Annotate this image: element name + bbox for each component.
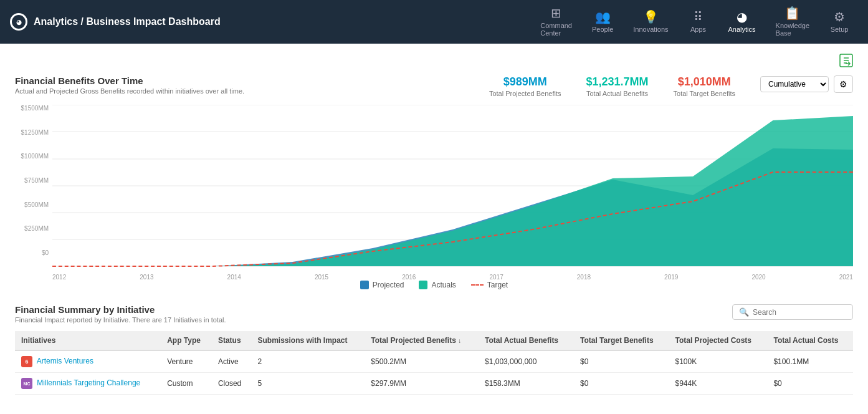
cell-total-actual-costs-1: $100.1MM xyxy=(767,350,853,373)
initiative-icon-venture: 6 xyxy=(21,356,32,367)
cell-total-projected-2: $297.9MM xyxy=(365,373,479,395)
table-row: MC Millennials Targeting Challenge Custo… xyxy=(15,373,853,395)
chart-title-block: Financial Benefits Over Time Actual and … xyxy=(15,75,464,95)
summary-title-block: Financial Summary by Initiative Financia… xyxy=(15,304,732,324)
search-box[interactable]: 🔍 xyxy=(732,304,853,320)
knowledge-base-icon: 📋 xyxy=(785,7,800,19)
top-navigation: ◕ Analytics / Business Impact Dashboard … xyxy=(0,0,868,44)
col-status: Status xyxy=(212,331,252,350)
legend-target-dash xyxy=(471,284,484,286)
stat-actual-label: Total Actual Benefits xyxy=(586,90,648,97)
col-app-type: App Type xyxy=(161,331,212,350)
legend-actuals-label: Actuals xyxy=(431,281,455,289)
search-input[interactable] xyxy=(753,308,846,317)
nav-items: ⊞ CommandCenter 👥 People 💡 Innovations ⠿… xyxy=(532,2,858,42)
y-label-1250: $1250MM xyxy=(15,129,52,136)
cell-submissions-1: 2 xyxy=(252,350,365,373)
nav-label-innovations: Innovations xyxy=(633,26,668,33)
cell-initiative-1: 6 Artemis Ventures xyxy=(15,350,161,373)
nav-label-knowledge-base: KnowledgeBase xyxy=(776,22,809,37)
table-header-row: Initiatives App Type Status Submissions … xyxy=(15,331,853,350)
innovations-icon: 💡 xyxy=(643,11,659,23)
cell-total-proj-costs-2: $944K xyxy=(669,373,768,395)
main-content: Financial Benefits Over Time Actual and … xyxy=(0,44,868,414)
chart-controls: Cumulative Annual ⚙ xyxy=(760,75,853,93)
nav-item-apps[interactable]: ⠿ Apps xyxy=(680,6,717,38)
stat-projected-value: $989MM xyxy=(489,75,561,89)
y-label-500: $500MM xyxy=(15,201,52,208)
nav-label-analytics: Analytics xyxy=(728,26,756,33)
chart-svg-container xyxy=(52,105,853,269)
x-axis-labels: 2012 2013 2014 2015 2016 2017 2018 2019 … xyxy=(15,271,853,281)
nav-label-command-center: CommandCenter xyxy=(540,22,572,37)
y-label-0: $0 xyxy=(15,249,52,256)
cell-total-target-2: $0 xyxy=(574,373,669,395)
legend-actuals: Actuals xyxy=(419,281,455,289)
apps-icon: ⠿ xyxy=(694,11,703,23)
nav-item-people[interactable]: 👥 People xyxy=(583,6,622,38)
y-label-250: $250MM xyxy=(15,225,52,232)
x-label-2020: 2020 xyxy=(751,274,765,281)
col-total-proj-costs: Total Projected Costs xyxy=(669,331,768,350)
legend-target-label: Target xyxy=(487,281,508,289)
legend-projected-box xyxy=(360,281,369,289)
legend-actuals-box xyxy=(419,281,427,289)
chart-title: Financial Benefits Over Time xyxy=(15,75,464,86)
nav-item-setup[interactable]: ⚙ Setup xyxy=(821,6,858,38)
cell-app-type-1: Venture xyxy=(161,350,212,373)
stat-target-label: Total Target Benefits xyxy=(674,90,735,97)
legend-target: Target xyxy=(471,281,508,289)
x-label-2016: 2016 xyxy=(402,274,416,281)
command-center-icon: ⊞ xyxy=(551,7,561,19)
logo-icon: ◕ xyxy=(10,13,27,31)
stat-target: $1,010MM Total Target Benefits xyxy=(674,75,735,97)
col-total-actual-costs: Total Actual Costs xyxy=(767,331,853,350)
initiative-icon-custom: MC xyxy=(21,378,32,389)
x-label-2015: 2015 xyxy=(315,274,328,281)
x-label-2012: 2012 xyxy=(52,274,66,281)
legend-projected-label: Projected xyxy=(373,281,404,289)
x-label-2013: 2013 xyxy=(140,274,153,281)
initiatives-table: Initiatives App Type Status Submissions … xyxy=(15,331,853,395)
page-title: Analytics / Business Impact Dashboard xyxy=(34,16,221,27)
people-icon: 👥 xyxy=(595,11,611,23)
table-body: 6 Artemis Ventures Venture Active 2 $500… xyxy=(15,350,853,395)
nav-item-innovations[interactable]: 💡 Innovations xyxy=(624,6,677,38)
setup-icon: ⚙ xyxy=(834,11,845,23)
chart-svg xyxy=(52,105,853,267)
cell-status-1: Active xyxy=(212,350,252,373)
chart-settings-button[interactable]: ⚙ xyxy=(834,75,853,93)
cumulative-dropdown[interactable]: Cumulative Annual xyxy=(760,76,829,92)
initiative-link-2[interactable]: Millennials Targeting Challenge xyxy=(37,378,140,387)
col-total-projected[interactable]: Total Projected Benefits ↓ xyxy=(365,331,479,350)
summary-header: Financial Summary by Initiative Financia… xyxy=(15,304,853,324)
export-button[interactable] xyxy=(839,54,853,70)
nav-label-setup: Setup xyxy=(831,26,849,33)
chart-wrapper: $1500MM $1250MM $1000MM $750MM $500MM $2… xyxy=(15,105,853,269)
col-initiatives: Initiatives xyxy=(15,331,161,350)
brand-title: ◕ Analytics / Business Impact Dashboard xyxy=(10,13,532,31)
initiative-link-1[interactable]: Artemis Ventures xyxy=(37,357,93,365)
x-label-2019: 2019 xyxy=(664,274,678,281)
y-axis: $1500MM $1250MM $1000MM $750MM $500MM $2… xyxy=(15,105,52,269)
nav-item-analytics[interactable]: ◕ Analytics xyxy=(720,6,765,38)
nav-item-command-center[interactable]: ⊞ CommandCenter xyxy=(532,2,581,42)
x-label-2014: 2014 xyxy=(227,274,241,281)
x-label-2021: 2021 xyxy=(839,274,853,281)
cell-total-actual-costs-2: $0 xyxy=(767,373,853,395)
chart-stats: $989MM Total Projected Benefits $1,231.7… xyxy=(489,75,735,97)
y-label-750: $750MM xyxy=(15,177,52,184)
nav-label-apps: Apps xyxy=(690,26,706,33)
legend-projected: Projected xyxy=(360,281,404,289)
col-total-actual: Total Actual Benefits xyxy=(479,331,574,350)
y-label-1500: $1500MM xyxy=(15,105,52,112)
col-total-target: Total Target Benefits xyxy=(574,331,669,350)
analytics-icon: ◕ xyxy=(737,11,747,23)
cell-total-projected-1: $500.2MM xyxy=(365,350,479,373)
stat-actual: $1,231.7MM Total Actual Benefits xyxy=(586,75,648,97)
nav-item-knowledge-base[interactable]: 📋 KnowledgeBase xyxy=(767,2,818,42)
x-label-2018: 2018 xyxy=(577,274,591,281)
stat-projected-label: Total Projected Benefits xyxy=(489,90,561,97)
summary-subtitle: Financial Impact reported by Initiative.… xyxy=(15,316,732,324)
cell-initiative-2: MC Millennials Targeting Challenge xyxy=(15,373,161,395)
